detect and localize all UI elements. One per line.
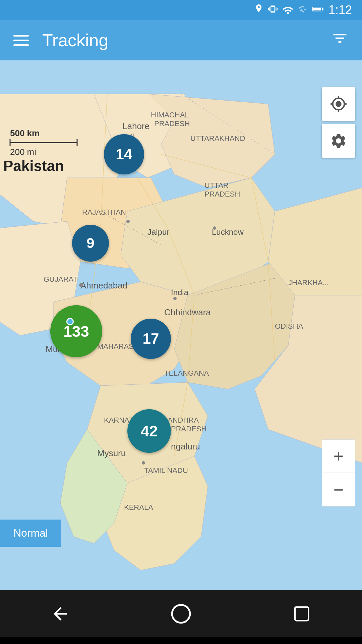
location-icon xyxy=(254,3,263,17)
vibrate-icon xyxy=(268,3,278,17)
home-circle-icon xyxy=(170,603,192,625)
status-icons: 1:12 xyxy=(254,3,352,17)
recent-icon xyxy=(293,605,311,623)
app-bar-left: Tracking xyxy=(13,30,108,50)
svg-text:Pakistan: Pakistan xyxy=(3,158,64,174)
svg-text:India: India xyxy=(171,288,189,297)
zoom-out-button[interactable]: − xyxy=(322,473,355,506)
home-button[interactable] xyxy=(161,594,201,634)
svg-text:TELANGANA: TELANGANA xyxy=(164,369,209,377)
signal-icon xyxy=(298,3,308,17)
svg-text:Lahore: Lahore xyxy=(122,121,149,131)
battery-icon xyxy=(312,4,324,16)
locate-button[interactable] xyxy=(322,87,355,121)
svg-text:ANDHRA: ANDHRA xyxy=(168,416,199,424)
svg-text:JHARKHA...: JHARKHA... xyxy=(288,278,329,287)
app-bar: Tracking xyxy=(0,20,362,60)
cluster-marker-133[interactable]: 133 xyxy=(50,305,102,357)
svg-point-63 xyxy=(213,226,216,230)
settings-button[interactable] xyxy=(322,124,355,158)
back-icon xyxy=(50,604,70,624)
svg-rect-68 xyxy=(295,607,309,621)
svg-text:500 km: 500 km xyxy=(10,128,40,138)
svg-text:200 mi: 200 mi xyxy=(10,147,36,157)
svg-point-66 xyxy=(173,297,177,300)
map-controls xyxy=(322,87,355,158)
map-type-button[interactable]: Normal xyxy=(0,520,61,547)
cluster-marker-9[interactable]: 9 xyxy=(72,225,109,262)
svg-point-65 xyxy=(142,461,145,465)
svg-text:UTTAR: UTTAR xyxy=(204,181,229,190)
svg-text:ODISHA: ODISHA xyxy=(275,322,303,330)
cluster-marker-17[interactable]: 17 xyxy=(131,319,171,359)
cluster-marker-42[interactable]: 42 xyxy=(127,409,171,453)
svg-text:HIMACHAL: HIMACHAL xyxy=(151,111,189,119)
svg-text:UTTARAKHAND: UTTARAKHAND xyxy=(190,134,245,143)
zoom-controls: + − xyxy=(322,439,355,506)
filter-button[interactable] xyxy=(331,30,349,51)
hamburger-line2 xyxy=(13,40,29,41)
menu-button[interactable] xyxy=(13,35,29,46)
svg-rect-1 xyxy=(322,8,323,10)
svg-text:Ahmedabad: Ahmedabad xyxy=(80,280,127,290)
svg-text:GUJARAT: GUJARAT xyxy=(44,275,77,283)
svg-text:Lucknow: Lucknow xyxy=(212,227,244,236)
app-title: Tracking xyxy=(42,30,108,50)
map-container[interactable]: Lahore لاہور HIMACHAL PRADESH UTTARAKHAN… xyxy=(0,60,362,590)
status-time: 1:12 xyxy=(328,3,352,17)
svg-text:TAMIL NADU: TAMIL NADU xyxy=(144,466,188,475)
recent-apps-button[interactable] xyxy=(282,594,322,634)
svg-text:Mysuru: Mysuru xyxy=(97,448,126,458)
svg-point-62 xyxy=(126,220,130,223)
svg-text:Jaipur: Jaipur xyxy=(147,227,169,236)
status-bar: 1:12 xyxy=(0,0,362,20)
svg-text:RAJASTHAN: RAJASTHAN xyxy=(82,208,126,216)
zoom-in-button[interactable]: + xyxy=(322,439,355,473)
svg-text:Chhindwara: Chhindwara xyxy=(164,307,211,317)
wifi-icon xyxy=(282,4,294,16)
svg-point-64 xyxy=(79,283,83,287)
svg-text:KERALA: KERALA xyxy=(124,503,153,512)
hamburger-line3 xyxy=(13,44,29,46)
hamburger-line1 xyxy=(13,35,29,37)
cluster-marker-14[interactable]: 14 xyxy=(104,134,144,174)
nav-bar xyxy=(0,590,362,637)
svg-rect-2 xyxy=(313,7,321,10)
svg-text:ngaluru: ngaluru xyxy=(171,441,200,451)
svg-point-67 xyxy=(172,605,190,623)
svg-text:PRADESH: PRADESH xyxy=(171,425,206,433)
svg-text:PRADESH: PRADESH xyxy=(204,190,240,198)
back-button[interactable] xyxy=(40,594,80,634)
svg-text:PRADESH: PRADESH xyxy=(154,119,190,128)
